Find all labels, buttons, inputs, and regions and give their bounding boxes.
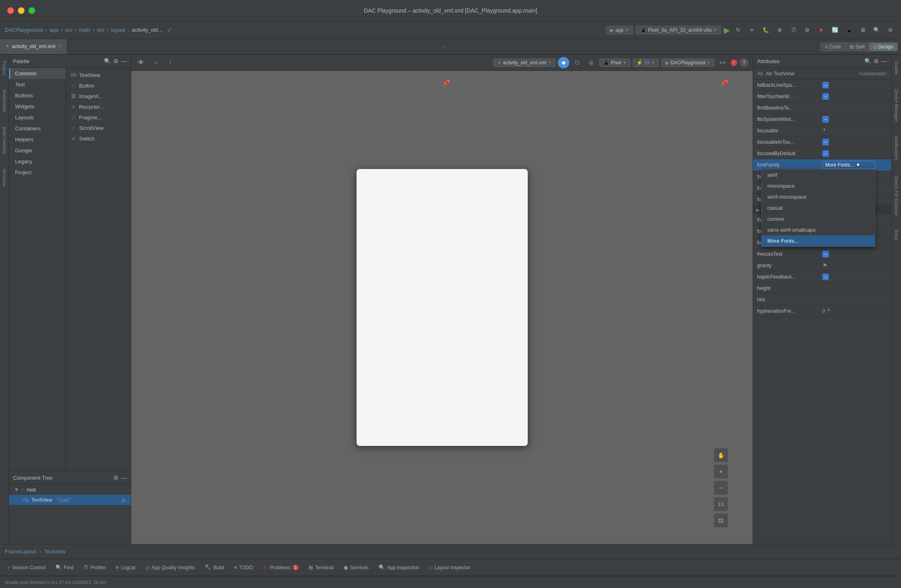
settings2-btn[interactable]: ⚙ — [802, 24, 813, 36]
hand-tool-btn[interactable]: ✋ — [714, 448, 728, 463]
attr-minus-btn[interactable]: − — [822, 139, 829, 145]
font-dropdown-input[interactable]: More Fonts... ▼ — [822, 161, 875, 169]
font-option-sans-serif-smallcaps[interactable]: sans-serif-smallcaps — [762, 224, 875, 235]
tab-activity-old-xml[interactable]: ✦ activity_old_xml.xml ✕ — [0, 39, 67, 54]
attr-search-btn[interactable]: 🔍 — [864, 58, 871, 64]
debug-btn[interactable]: 🐛 — [760, 24, 771, 36]
canvas-vert-btn[interactable]: ↕ — [165, 57, 176, 68]
sidebar-device-manager[interactable]: Device Manager — [893, 86, 900, 125]
attr-settings-btn[interactable]: ⚙ — [874, 58, 879, 64]
tab-code[interactable]: ≡ Code — [820, 42, 845, 51]
canvas-project-selector[interactable]: ◉ DACPlayground ▼ — [661, 59, 714, 67]
stop-btn[interactable]: ■ — [815, 24, 827, 36]
font-option-cursive[interactable]: cursive — [762, 213, 875, 224]
canvas-horiz-btn[interactable]: ↔ — [150, 57, 161, 68]
tool-layout-inspector[interactable]: □ Layout Inspector — [425, 563, 475, 572]
tool-build[interactable]: 🔨 Build — [200, 563, 228, 572]
category-legacy[interactable]: Legacy — [9, 156, 66, 167]
app-config-selector[interactable]: ▶ app ▼ — [606, 26, 633, 35]
sync-btn[interactable]: 🔄 — [829, 24, 841, 36]
attr-value[interactable]: ▼ — [822, 127, 887, 134]
tree-settings-btn[interactable]: ⚙ — [113, 474, 119, 481]
breadcrumb-main[interactable]: main — [79, 27, 90, 33]
attr-minus-btn[interactable]: − — [822, 274, 829, 280]
attr-collapse-btn[interactable]: — — [881, 58, 887, 64]
focusable-dropdown[interactable]: ▼ — [822, 127, 829, 134]
hyphenation-dropdown[interactable]: ▼ — [827, 308, 833, 314]
sidebar-notifications[interactable]: Notifications — [893, 133, 900, 164]
tool-terminal[interactable]: ⊞ Terminal — [304, 563, 337, 572]
breadcrumb-src[interactable]: src — [65, 27, 72, 33]
tool-version-control[interactable]: ↑ Version Control — [3, 563, 50, 572]
widget-switch[interactable]: ⊙ Switch — [66, 133, 131, 144]
tool-profiler[interactable]: ⏱ Profiler — [79, 563, 110, 572]
zoom-fit-btn[interactable]: ⊡ — [714, 513, 728, 528]
tab-more-btn[interactable]: ⋯ — [437, 39, 451, 54]
attr-minus-btn[interactable]: − — [822, 93, 829, 100]
canvas-more-btn[interactable]: >> — [717, 57, 728, 68]
category-project[interactable]: Project — [9, 167, 66, 178]
api-level-selector[interactable]: ⚡ 33 ▼ — [633, 59, 659, 67]
category-buttons[interactable]: Buttons — [9, 90, 66, 101]
canvas-eye-btn[interactable]: 👁 — [135, 57, 147, 68]
widget-scrollview[interactable]: □ ScrollView — [66, 123, 131, 133]
attach-btn[interactable]: ⊕ — [774, 24, 785, 36]
help-btn[interactable]: ? — [740, 58, 749, 67]
sidebar-build-variants[interactable]: Build Variants — [1, 123, 8, 157]
bottom-breadcrumb-textview[interactable]: TextView — [44, 549, 66, 555]
bottom-breadcrumb-framelayout[interactable]: FrameLayout — [5, 549, 36, 555]
tree-collapse-btn[interactable]: — — [121, 474, 127, 481]
tab-design[interactable]: □ Design — [869, 42, 898, 51]
avd-btn[interactable]: 🖥 — [857, 24, 868, 36]
device-manager-btn[interactable]: 📱 — [843, 24, 855, 36]
widget-button[interactable]: □ Button — [66, 80, 131, 91]
widget-recyclerview[interactable]: ≡ Recycler... — [66, 101, 131, 112]
sidebar-bookmarks[interactable]: Bookmarks — [1, 86, 8, 115]
tool-app-inspection[interactable]: 🔍 App Inspection — [374, 563, 423, 572]
profile-btn[interactable]: ⏱ — [788, 24, 799, 36]
breadcrumb-res[interactable]: res — [97, 27, 104, 33]
tree-item-textview[interactable]: Ab TextView "Ciao" ⚠ — [9, 495, 131, 505]
category-google[interactable]: Google — [9, 145, 66, 156]
sidebar-emul[interactable]: Emul — [893, 227, 900, 244]
tool-find[interactable]: 🔍 Find — [51, 563, 77, 572]
maximize-btn[interactable] — [29, 7, 35, 14]
category-common[interactable]: Common — [9, 68, 66, 79]
palette-settings-btn[interactable]: ⚙ — [113, 58, 119, 64]
device-selector[interactable]: 📱 Pixel_3a_API_33_arm64-v8a ▼ — [636, 26, 721, 35]
canvas-design-btn[interactable]: ◆ — [558, 57, 569, 68]
tool-todo[interactable]: ≡ TODO — [230, 563, 257, 572]
attr-minus-btn[interactable]: − — [822, 116, 829, 123]
minimize-btn[interactable] — [18, 7, 24, 14]
font-option-serif-monospace[interactable]: serif-monospace — [762, 191, 875, 202]
sidebar-gradle[interactable]: Gradle — [893, 58, 900, 78]
palette-search-btn[interactable]: 🔍 — [104, 58, 111, 64]
widget-textview[interactable]: Ab TextView — [66, 70, 131, 80]
widget-imageview[interactable]: 🖼 ImageVi... — [66, 91, 131, 101]
category-text[interactable]: Text — [9, 79, 66, 90]
sidebar-device-file-explorer[interactable]: Device File Explorer — [893, 172, 900, 219]
canvas-device-selector[interactable]: 📱 Pixel ▼ — [599, 59, 630, 67]
font-family-dropdown[interactable]: More Fonts... ▼ serif monospace serif-mo… — [822, 161, 875, 169]
font-option-serif[interactable]: serif — [762, 169, 875, 180]
tool-problems[interactable]: ⚠ Problems 1 — [259, 563, 303, 572]
attr-value[interactable]: 0 ▼ — [822, 308, 887, 314]
font-option-more-fonts[interactable]: More Fonts... — [762, 235, 875, 246]
close-btn[interactable] — [7, 7, 14, 14]
category-helpers[interactable]: Helpers — [9, 134, 66, 145]
tab-split[interactable]: ⊞ Split — [845, 42, 869, 51]
zoom-in-btn[interactable]: + — [714, 464, 728, 479]
attr-minus-btn[interactable]: − — [822, 251, 829, 257]
sidebar-project[interactable]: Project — [1, 58, 8, 78]
sidebar-structure[interactable]: Structure — [1, 165, 8, 190]
breadcrumb-app[interactable]: app — [50, 27, 59, 33]
category-widgets[interactable]: Widgets — [9, 101, 66, 112]
tool-logcat[interactable]: ≡ Logcat — [112, 563, 140, 572]
category-containers[interactable]: Containers — [9, 123, 66, 134]
tool-services[interactable]: ◉ Services — [339, 563, 373, 572]
widget-fragment[interactable]: □ Fragme... — [66, 112, 131, 123]
refresh-btn[interactable]: ↻ — [732, 24, 744, 36]
canvas-eye2-btn[interactable]: ⬡ — [572, 57, 583, 68]
attr-minus-btn[interactable]: − — [822, 82, 829, 88]
tab-close-btn[interactable]: ✕ — [58, 44, 61, 48]
